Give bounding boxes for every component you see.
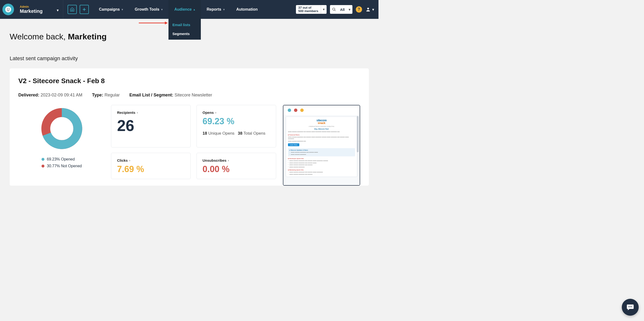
svg-point-6	[367, 8, 369, 10]
nav-quick-icons	[63, 5, 93, 14]
email-preview[interactable]: sitecore snack A NEWSLETTER BY FISHTANK …	[283, 105, 360, 186]
svg-point-4	[9, 10, 10, 11]
donut-chart	[40, 106, 84, 151]
nav-audience[interactable]: Audience Email lists Segments	[168, 0, 201, 19]
swatch-icon	[42, 165, 44, 168]
account-name: Marketing	[20, 9, 58, 14]
welcome-name: Marketing	[68, 32, 107, 41]
legend-opened: 69.23% Opened	[42, 157, 82, 162]
chevron-right-icon	[215, 111, 216, 114]
email-mock: sitecore snack A NEWSLETTER BY FISHTANK …	[286, 116, 357, 177]
legend-not-opened: 30.77% Not Opened	[42, 164, 82, 168]
stat-clicks[interactable]: Clicks 7.69 %	[111, 153, 191, 179]
meta-type: Type: Regular	[92, 93, 120, 98]
member-count[interactable]: 37 out of 500 members	[296, 5, 326, 14]
preview-sub: A NEWSLETTER BY FISHTANK CONSULTING	[288, 126, 355, 127]
chevron-right-icon	[228, 158, 229, 162]
right-controls: 37 out of 500 members All ?	[296, 5, 378, 14]
stat-value: 26	[117, 118, 185, 133]
preview-chrome	[284, 105, 360, 115]
nav-label: Reports	[206, 7, 221, 12]
preview-scrollbar[interactable]	[357, 116, 359, 152]
legend-label: 69.23% Opened	[47, 157, 75, 162]
meta-list: Email List / Segment: Sitecore Newslette…	[130, 93, 212, 98]
main-nav: Campaigns Growth Tools Audience Email li…	[93, 0, 264, 19]
member-line1: 37 out of	[298, 6, 318, 10]
account-switcher[interactable]: Admin Marketing	[18, 0, 63, 19]
chevron-right-icon	[137, 111, 138, 114]
create-button[interactable]	[80, 5, 89, 14]
open-rate-chart: 69.23% Opened 30.77% Not Opened	[18, 105, 105, 168]
stat-unsubscribes[interactable]: Unsubscribes 0.00 %	[196, 153, 276, 179]
user-menu[interactable]	[366, 7, 374, 12]
brand-logo[interactable]	[0, 4, 18, 15]
svg-point-3	[7, 10, 8, 11]
stat-subline: 18 Unique Opens 38 Total Opens	[202, 131, 270, 136]
stat-value: 0.00 %	[202, 165, 270, 174]
chevron-down-icon[interactable]	[346, 7, 352, 12]
chevron-right-icon	[129, 158, 130, 162]
stat-value: 69.23 %	[202, 117, 270, 126]
chevron-up-icon	[194, 8, 195, 11]
campaign-title: V2 - Sitecore Snack - Feb 8	[18, 77, 360, 85]
logo-icon	[2, 4, 14, 15]
help-button[interactable]: ?	[356, 6, 362, 13]
campaign-meta: Delivered: 2023-02-09 09:41 AM Type: Reg…	[18, 93, 360, 98]
swatch-icon	[42, 158, 44, 161]
search-icon[interactable]	[330, 8, 338, 11]
window-dot-icon	[288, 108, 291, 112]
account-role: Admin	[20, 5, 58, 9]
chevron-down-icon	[223, 8, 225, 11]
home-button[interactable]	[68, 5, 77, 14]
nav-growth-tools[interactable]: Growth Tools	[129, 0, 168, 19]
stats-grid: 69.23% Opened 30.77% Not Opened Recipien…	[18, 105, 360, 186]
stat-label: Opens	[202, 110, 214, 115]
nav-label: Campaigns	[99, 7, 120, 12]
svg-point-5	[332, 8, 335, 10]
preview-hey: Hey, Sitecore Fan!	[288, 128, 355, 130]
nav-campaigns[interactable]: Campaigns	[93, 0, 129, 19]
legend-label: 30.77% Not Opened	[47, 164, 82, 168]
svg-point-2	[9, 9, 10, 10]
svg-point-1	[7, 9, 8, 10]
nav-label: Growth Tools	[135, 7, 159, 12]
member-line2: 500 members	[298, 10, 318, 13]
stats-col-b: Opens 69.23 % 18 Unique Opens 38 Total O…	[196, 105, 276, 179]
member-count-text: 37 out of 500 members	[296, 6, 321, 13]
svg-point-0	[5, 7, 11, 13]
stat-opens[interactable]: Opens 69.23 % 18 Unique Opens 38 Total O…	[196, 105, 276, 147]
latest-activity-label: Latest sent campaign activity	[10, 55, 369, 62]
audience-dropdown: Email lists Segments	[168, 19, 201, 40]
stat-label: Clicks	[117, 158, 128, 163]
stats-col-a: Recipients 26 Clicks 7.69 %	[111, 105, 191, 179]
window-dot-icon	[300, 108, 304, 112]
chevron-down-icon	[161, 8, 163, 11]
chevron-down-icon	[122, 8, 123, 11]
search-scope: All	[338, 8, 346, 12]
nav-automation[interactable]: Automation	[230, 0, 264, 19]
meta-delivered: Delivered: 2023-02-09 09:41 AM	[18, 93, 82, 98]
page-body: Welcome back, Marketing Latest sent camp…	[0, 19, 378, 186]
preview-body: sitecore snack A NEWSLETTER BY FISHTANK …	[284, 115, 360, 185]
nav-label: Automation	[236, 7, 258, 12]
campaign-card: V2 - Sitecore Snack - Feb 8 Delivered: 2…	[10, 68, 369, 186]
welcome-prefix: Welcome back,	[10, 32, 68, 41]
dropdown-email-lists[interactable]: Email lists	[168, 20, 201, 29]
preview-brand2: snack	[288, 121, 355, 125]
nav-label: Audience	[174, 7, 192, 12]
stat-label: Unsubscribes	[202, 158, 226, 163]
stat-value: 7.69 %	[117, 165, 185, 174]
window-dot-icon	[294, 108, 298, 112]
top-bar: Admin Marketing Campaigns Growth Tools A…	[0, 0, 378, 19]
stat-recipients[interactable]: Recipients 26	[111, 105, 191, 147]
nav-reports[interactable]: Reports	[201, 0, 230, 19]
chevron-down-icon	[372, 7, 374, 12]
chart-legend: 69.23% Opened 30.77% Not Opened	[42, 157, 82, 168]
user-icon	[366, 7, 371, 12]
stat-label: Recipients	[117, 110, 136, 115]
dropdown-segments[interactable]: Segments	[168, 29, 201, 38]
search-control[interactable]: All	[330, 5, 352, 14]
chevron-down-icon	[57, 8, 59, 13]
chevron-down-icon[interactable]	[321, 5, 326, 14]
